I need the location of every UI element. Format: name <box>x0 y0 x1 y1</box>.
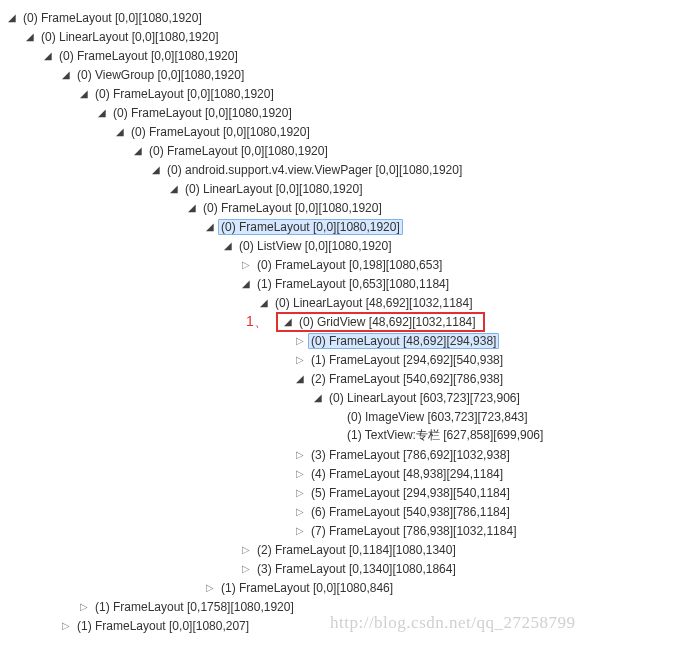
tree-node-label: (0) ViewGroup [0,0][1080,1920] <box>74 67 247 83</box>
tree-node-label: (1) FrameLayout [0,0][1080,846] <box>218 580 396 596</box>
tree-node-label: (0) FrameLayout [0,0][1080,1920] <box>20 10 205 26</box>
expand-toggle-closed-icon[interactable]: ▷ <box>60 620 72 632</box>
tree-node[interactable]: ▷(4) FrameLayout [48,938][294,1184] <box>6 464 687 483</box>
tree-node-label: (0) FrameLayout [48,692][294,938] <box>308 333 499 349</box>
tree-node[interactable]: ▷(6) FrameLayout [540,938][786,1184] <box>6 502 687 521</box>
layout-hierarchy-tree[interactable]: ◢(0) FrameLayout [0,0][1080,1920]◢(0) Li… <box>6 8 687 635</box>
tree-node[interactable]: ▷(0) FrameLayout [48,692][294,938] <box>6 331 687 350</box>
tree-node-label: (0) FrameLayout [0,0][1080,1920] <box>200 200 385 216</box>
tree-node[interactable]: ◢(0) FrameLayout [0,0][1080,1920] <box>6 46 687 65</box>
tree-node-label: (0) LinearLayout [0,0][1080,1920] <box>38 29 221 45</box>
tree-node[interactable]: ◢(0) LinearLayout [0,0][1080,1920] <box>6 27 687 46</box>
tree-node[interactable]: ▷(0) FrameLayout [0,198][1080,653] <box>6 255 687 274</box>
tree-node[interactable]: ◢(0) android.support.v4.view.ViewPager [… <box>6 160 687 179</box>
tree-node-label: (1) FrameLayout [0,653][1080,1184] <box>254 276 452 292</box>
tree-node[interactable]: ▷(1) FrameLayout [0,1758][1080,1920] <box>6 597 687 616</box>
tree-node[interactable]: ◢(0) LinearLayout [48,692][1032,1184] <box>6 293 687 312</box>
expand-toggle-open-icon[interactable]: ◢ <box>258 297 270 309</box>
tree-node[interactable]: ▷(3) FrameLayout [0,1340][1080,1864] <box>6 559 687 578</box>
tree-node[interactable]: ◢(2) FrameLayout [540,692][786,938] <box>6 369 687 388</box>
expand-toggle-open-icon[interactable]: ◢ <box>282 316 294 328</box>
tree-node[interactable]: ◢(0) ViewGroup [0,0][1080,1920] <box>6 65 687 84</box>
tree-node-label: (0) ImageView [603,723][723,843] <box>344 409 531 425</box>
expand-toggle-closed-icon[interactable]: ▷ <box>240 259 252 271</box>
expand-toggle-closed-icon[interactable]: ▷ <box>294 449 306 461</box>
expand-toggle-open-icon[interactable]: ◢ <box>24 31 36 43</box>
tree-node[interactable]: ▷(5) FrameLayout [294,938][540,1184] <box>6 483 687 502</box>
tree-node[interactable]: ◢(0) FrameLayout [0,0][1080,1920] <box>6 8 687 27</box>
tree-node-label: (1) FrameLayout [294,692][540,938] <box>308 352 506 368</box>
tree-node-label: (0) FrameLayout [0,198][1080,653] <box>254 257 445 273</box>
tree-node-label: (0) FrameLayout [0,0][1080,1920] <box>128 124 313 140</box>
tree-node-label: (0) LinearLayout [603,723][723,906] <box>326 390 523 406</box>
expand-toggle-open-icon[interactable]: ◢ <box>42 50 54 62</box>
tree-node-label: (2) FrameLayout [0,1184][1080,1340] <box>254 542 459 558</box>
tree-node[interactable]: ▷(1) FrameLayout [0,0][1080,207] <box>6 616 687 635</box>
tree-node[interactable]: ◢(1) FrameLayout [0,653][1080,1184] <box>6 274 687 293</box>
tree-node-label: (0) android.support.v4.view.ViewPager [0… <box>164 162 465 178</box>
tree-node[interactable]: ◢(0) FrameLayout [0,0][1080,1920] <box>6 141 687 160</box>
annotation-arrow <box>6 635 693 643</box>
tree-node-label: (3) FrameLayout [0,1340][1080,1864] <box>254 561 459 577</box>
tree-node-label: (0) GridView [48,692][1032,1184] <box>296 314 479 330</box>
expand-toggle-open-icon[interactable]: ◢ <box>186 202 198 214</box>
tree-node-label: (0) FrameLayout [0,0][1080,1920] <box>110 105 295 121</box>
expand-toggle-closed-icon[interactable]: ▷ <box>294 487 306 499</box>
tree-node[interactable]: ▷(1) FrameLayout [0,0][1080,846] <box>6 578 687 597</box>
tree-node[interactable]: (0) ImageView [603,723][723,843] <box>6 407 687 426</box>
expand-toggle-open-icon[interactable]: ◢ <box>168 183 180 195</box>
expand-toggle-open-icon[interactable]: ◢ <box>60 69 72 81</box>
tree-node-label: (0) ListView [0,0][1080,1920] <box>236 238 395 254</box>
annotation-label-1: 1、 <box>246 313 268 331</box>
expand-toggle-closed-icon[interactable]: ▷ <box>294 335 306 347</box>
tree-node[interactable]: ◢(0) FrameLayout [0,0][1080,1920] <box>6 103 687 122</box>
expand-toggle-closed-icon[interactable]: ▷ <box>78 601 90 613</box>
expand-toggle-open-icon[interactable]: ◢ <box>294 373 306 385</box>
tree-node-label: (2) FrameLayout [540,692][786,938] <box>308 371 506 387</box>
annotation-highlight-box: ◢(0) GridView [48,692][1032,1184] <box>276 312 485 332</box>
expand-toggle-open-icon[interactable]: ◢ <box>78 88 90 100</box>
tree-node-label: (5) FrameLayout [294,938][540,1184] <box>308 485 513 501</box>
tree-node[interactable]: ◢(0) FrameLayout [0,0][1080,1920] <box>6 198 687 217</box>
tree-node[interactable]: ◢(0) ListView [0,0][1080,1920] <box>6 236 687 255</box>
tree-node[interactable]: ▷(7) FrameLayout [786,938][1032,1184] <box>6 521 687 540</box>
expand-toggle-open-icon[interactable]: ◢ <box>222 240 234 252</box>
tree-node[interactable]: ◢(0) FrameLayout [0,0][1080,1920] <box>6 217 687 236</box>
expand-toggle-closed-icon[interactable]: ▷ <box>240 563 252 575</box>
expand-toggle-closed-icon[interactable]: ▷ <box>204 582 216 594</box>
expand-toggle-open-icon[interactable]: ◢ <box>150 164 162 176</box>
expand-toggle-open-icon[interactable]: ◢ <box>114 126 126 138</box>
tree-node-label: (1) FrameLayout [0,1758][1080,1920] <box>92 599 297 615</box>
expand-toggle-open-icon[interactable]: ◢ <box>240 278 252 290</box>
tree-node[interactable]: ▷(3) FrameLayout [786,692][1032,938] <box>6 445 687 464</box>
tree-node[interactable]: ◢(0) FrameLayout [0,0][1080,1920] <box>6 84 687 103</box>
tree-node-label: (0) LinearLayout [48,692][1032,1184] <box>272 295 475 311</box>
tree-node-label: (0) FrameLayout [0,0][1080,1920] <box>92 86 277 102</box>
tree-node-label: (1) FrameLayout [0,0][1080,207] <box>74 618 252 634</box>
expand-toggle-open-icon[interactable]: ◢ <box>132 145 144 157</box>
expand-toggle-closed-icon[interactable]: ▷ <box>294 525 306 537</box>
expand-toggle-open-icon[interactable]: ◢ <box>204 221 216 233</box>
tree-node[interactable]: ◢(0) LinearLayout [0,0][1080,1920] <box>6 179 687 198</box>
tree-node[interactable]: ◢(0) LinearLayout [603,723][723,906] <box>6 388 687 407</box>
expand-toggle-closed-icon[interactable]: ▷ <box>294 468 306 480</box>
tree-node-label: (3) FrameLayout [786,692][1032,938] <box>308 447 513 463</box>
tree-node[interactable]: ▷(2) FrameLayout [0,1184][1080,1340] <box>6 540 687 559</box>
tree-node-label: (6) FrameLayout [540,938][786,1184] <box>308 504 513 520</box>
tree-node-label: (0) FrameLayout [0,0][1080,1920] <box>56 48 241 64</box>
tree-node[interactable]: ▷(1) FrameLayout [294,692][540,938] <box>6 350 687 369</box>
tree-node-label: (0) FrameLayout [0,0][1080,1920] <box>218 219 403 235</box>
tree-node-label: (0) LinearLayout [0,0][1080,1920] <box>182 181 365 197</box>
tree-node[interactable]: ◢(0) GridView [48,692][1032,1184] <box>6 312 687 331</box>
tree-node-label: (4) FrameLayout [48,938][294,1184] <box>308 466 506 482</box>
expand-toggle-open-icon[interactable]: ◢ <box>96 107 108 119</box>
expand-toggle-closed-icon[interactable]: ▷ <box>294 506 306 518</box>
expand-toggle-open-icon[interactable]: ◢ <box>312 392 324 404</box>
expand-toggle-closed-icon[interactable]: ▷ <box>240 544 252 556</box>
expand-toggle-closed-icon[interactable]: ▷ <box>294 354 306 366</box>
tree-node-label: (1) TextView:专栏 [627,858][699,906] <box>344 426 546 445</box>
tree-node-label: (7) FrameLayout [786,938][1032,1184] <box>308 523 519 539</box>
expand-toggle-open-icon[interactable]: ◢ <box>6 12 18 24</box>
tree-node[interactable]: (1) TextView:专栏 [627,858][699,906] <box>6 426 687 445</box>
tree-node[interactable]: ◢(0) FrameLayout [0,0][1080,1920] <box>6 122 687 141</box>
